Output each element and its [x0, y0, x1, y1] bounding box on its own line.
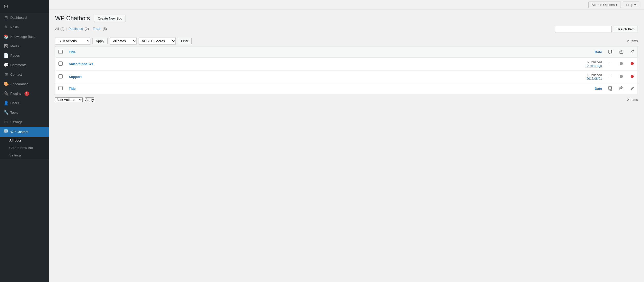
- sidebar-item-label: Media: [10, 44, 19, 48]
- sidebar-item-label: Settings: [10, 120, 22, 124]
- filter-button[interactable]: Filter: [178, 38, 192, 44]
- col-title-header[interactable]: Title: [66, 47, 415, 58]
- copy-icon-header: [608, 51, 613, 55]
- row-date-2: Published 2017/08/01: [415, 70, 605, 83]
- sidebar-logo: ⊛: [0, 0, 49, 13]
- all-dates-select[interactable]: All dates: [110, 38, 137, 45]
- status-dot-gray-2: [620, 75, 623, 78]
- row-checkbox-1: [55, 58, 66, 70]
- search-input[interactable]: [555, 26, 612, 32]
- wp-logo-icon: ⊛: [4, 3, 8, 10]
- filter-links: All (2) | Published (2) | Trash (5): [55, 27, 107, 31]
- sidebar-item-posts[interactable]: ✎ Posts: [0, 22, 49, 32]
- sidebar-item-label: Appearance: [10, 82, 28, 86]
- edit-icon-header: [630, 51, 634, 55]
- row-dot-red-1: [627, 58, 638, 70]
- media-icon: 🖼: [4, 44, 8, 48]
- sidebar-item-pages[interactable]: 📄 Pages: [0, 51, 49, 60]
- col-checkbox-header: [55, 47, 66, 58]
- sidebar-item-wp-chatbot[interactable]: WP Chatbot: [0, 127, 49, 137]
- row-dot-gray-1: [616, 58, 627, 70]
- table-row: Sales funnel #1 Published 10 mins ago 0: [55, 58, 638, 70]
- submenu-item-create-new-bot[interactable]: Create New Bot: [0, 144, 49, 152]
- apply-button-top[interactable]: Apply: [92, 38, 108, 44]
- pages-icon: 📄: [4, 53, 8, 58]
- row-dot-red-2: [627, 70, 638, 83]
- select-all-checkbox-top[interactable]: [58, 50, 63, 54]
- status-dot-red-1: [631, 62, 634, 65]
- sidebar-item-appearance[interactable]: 🎨 Appearance: [0, 79, 49, 89]
- filter-trash-count: (5): [103, 27, 107, 31]
- svg-rect-10: [622, 88, 622, 89]
- screen-options-chevron: ▾: [616, 3, 617, 7]
- sidebar-item-contact[interactable]: ✉ Contact: [0, 70, 49, 79]
- bot-icon-footer: [619, 87, 624, 91]
- svg-rect-8: [620, 87, 623, 90]
- col-checkbox-footer: [55, 83, 66, 94]
- sidebar-item-plugins[interactable]: 🔌 Plugins 6: [0, 89, 49, 98]
- all-seo-scores-select[interactable]: All SEO Scores: [139, 38, 176, 45]
- sidebar-item-label: Contact: [10, 73, 22, 76]
- row-status-1: Published: [418, 60, 602, 64]
- bulk-actions-select-top[interactable]: Bulk Actions Move to Trash: [55, 38, 90, 45]
- sidebar-submenu: All bots Create New Bot Settings: [0, 137, 49, 159]
- row-title-2: Support: [66, 70, 415, 83]
- filter-published-link[interactable]: Published: [69, 27, 83, 31]
- col-copy-footer: [605, 83, 616, 94]
- topbar: Screen Options ▾ Help ▾: [49, 0, 644, 10]
- row-status-2: Published: [418, 73, 602, 77]
- row-title-link-2[interactable]: Support: [69, 75, 82, 79]
- sidebar-item-comments[interactable]: 💬 Comments: [0, 60, 49, 70]
- sidebar-item-users[interactable]: 👤 Users: [0, 98, 49, 108]
- items-count-top: 2 items: [627, 39, 638, 43]
- help-label: Help: [626, 3, 633, 7]
- bulk-actions-select-bottom[interactable]: Bulk Actions Move to Trash: [55, 97, 83, 102]
- users-icon: 👤: [4, 101, 8, 105]
- page-content: WP Chatbots Create New Bot All (2) | Pub…: [49, 10, 644, 282]
- help-button[interactable]: Help ▾: [623, 2, 639, 8]
- screen-options-button[interactable]: Screen Options ▾: [588, 2, 621, 8]
- status-dot-red-2: [631, 75, 634, 78]
- sidebar-item-settings[interactable]: ⚙ Settings: [0, 117, 49, 127]
- appearance-icon: 🎨: [4, 82, 8, 86]
- svg-rect-3: [620, 51, 623, 54]
- sidebar-item-label: Pages: [10, 54, 20, 57]
- filter-published-count: (2): [85, 27, 89, 31]
- submenu-item-settings[interactable]: Settings: [0, 152, 49, 159]
- sidebar-item-label: Knowledge Base: [10, 35, 36, 39]
- col-bot-header: [616, 47, 627, 58]
- col-date-header[interactable]: Date: [415, 47, 605, 58]
- screen-options-label: Screen Options: [592, 3, 615, 7]
- plugins-icon: 🔌: [4, 91, 8, 96]
- select-all-checkbox-bottom[interactable]: [58, 86, 63, 90]
- filter-trash-link[interactable]: Trash: [93, 27, 101, 31]
- copy-icon-footer: [608, 87, 613, 91]
- svg-rect-2: [609, 50, 612, 53]
- search-item-button[interactable]: Search Item: [613, 26, 638, 32]
- sidebar-item-label: Users: [10, 101, 19, 105]
- row-select-2[interactable]: [58, 74, 63, 78]
- sidebar-item-label: Comments: [10, 63, 27, 67]
- sidebar-item-dashboard[interactable]: ⊞ Dashboard: [0, 13, 49, 22]
- sidebar-item-label: Tools: [10, 111, 18, 114]
- col-title-footer[interactable]: Title: [66, 83, 415, 94]
- wp-chatbot-icon: [4, 129, 8, 134]
- row-dot-gray-2: [616, 70, 627, 83]
- plugins-badge: 6: [24, 91, 29, 96]
- row-select-1[interactable]: [58, 61, 63, 66]
- sidebar-item-label: Dashboard: [10, 16, 27, 20]
- submenu-item-all-bots[interactable]: All bots: [0, 137, 49, 144]
- row-title-link-1[interactable]: Sales funnel #1: [69, 62, 93, 66]
- status-dot-gray-1: [620, 62, 623, 65]
- col-date-footer[interactable]: Date: [415, 83, 605, 94]
- create-new-bot-button[interactable]: Create New Bot: [94, 15, 125, 22]
- sidebar-item-media[interactable]: 🖼 Media: [0, 41, 49, 51]
- filter-all-label: All: [55, 27, 59, 31]
- page-header: WP Chatbots Create New Bot: [55, 15, 638, 22]
- row-date-val-1: 10 mins ago: [418, 64, 602, 68]
- apply-button-bottom[interactable]: Apply: [85, 97, 94, 102]
- sidebar-item-knowledge-base[interactable]: 📚 Knowledge Base: [0, 32, 49, 41]
- row-title-1: Sales funnel #1: [66, 58, 415, 70]
- sidebar-item-tools[interactable]: 🔧 Tools: [0, 108, 49, 117]
- top-actions-bar: Bulk Actions Move to Trash Apply All dat…: [55, 38, 638, 45]
